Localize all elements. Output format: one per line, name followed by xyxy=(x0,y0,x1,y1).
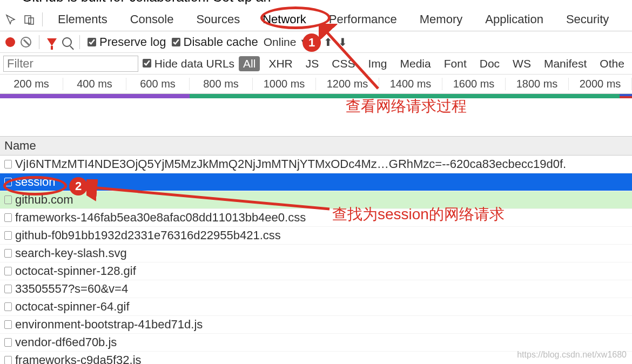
request-name: octocat-spinner-64.gif xyxy=(15,300,130,314)
hide-data-urls-label: Hide data URLs xyxy=(154,57,234,70)
filter-input[interactable] xyxy=(3,56,138,72)
request-list: VjI6NTMzMTI4NDE3OjQ5YjM5MzJkMmQ2NjJmMTNj… xyxy=(0,156,632,364)
timeline-tick: 600 ms xyxy=(126,78,190,90)
type-filter-font[interactable]: Font xyxy=(440,56,471,71)
tab-memory[interactable]: Memory xyxy=(410,9,472,30)
request-name: github.com xyxy=(15,193,73,207)
divider xyxy=(315,35,316,49)
file-icon xyxy=(4,302,12,311)
search-icon[interactable] xyxy=(62,37,72,47)
filter-bar: Hide data URLs All XHR JS CSS Img Media … xyxy=(0,53,632,75)
file-icon xyxy=(4,196,12,204)
request-row[interactable]: vendor-df6ed70b.js xyxy=(0,334,632,352)
request-name: frameworks-c9da5f32.js xyxy=(15,353,142,364)
request-name: search-key-slash.svg xyxy=(15,246,127,260)
watermark: https://blog.csdn.net/xw1680 xyxy=(517,350,627,360)
timeline-tick: 1200 ms xyxy=(316,78,379,90)
divider xyxy=(39,35,39,49)
device-toggle-icon[interactable] xyxy=(22,13,37,26)
tab-application[interactable]: Application xyxy=(475,9,553,30)
request-row[interactable]: github-f0b91bb1932d2331e76316d22955b421.… xyxy=(0,227,632,245)
devtools-tabs: Elements Console Sources Network Perform… xyxy=(0,8,632,31)
preserve-log-checkbox[interactable]: Preserve log xyxy=(88,35,166,49)
file-icon xyxy=(4,356,12,364)
disable-cache-checkbox[interactable]: Disable cache xyxy=(172,35,258,49)
type-filter-ws[interactable]: WS xyxy=(508,56,535,71)
timeline-tick: 400 ms xyxy=(63,78,126,90)
file-icon xyxy=(4,231,12,240)
file-icon xyxy=(4,213,12,222)
timeline-tick: 200 ms xyxy=(0,78,63,90)
timeline-ruler[interactable]: 200 ms 400 ms 600 ms 800 ms 1000 ms 1200… xyxy=(0,75,632,94)
request-name: github-f0b91bb1932d2331e76316d22955b421.… xyxy=(15,228,281,242)
type-filter-xhr[interactable]: XHR xyxy=(264,56,297,71)
request-row[interactable]: environment-bootstrap-41bed71d.js xyxy=(0,316,632,334)
request-row[interactable]: octocat-spinner-64.gif xyxy=(0,298,632,316)
timeline-tick: 1600 ms xyxy=(442,78,506,90)
file-icon xyxy=(4,249,12,258)
request-row[interactable]: VjI6NTMzMTI4NDE3OjQ5YjM5MzJkMmQ2NjJmMTNj… xyxy=(0,156,632,173)
timeline-tick: 800 ms xyxy=(190,78,253,90)
request-name: octocat-spinner-128.gif xyxy=(15,264,136,278)
type-filter-img[interactable]: Img xyxy=(364,56,391,71)
request-row[interactable]: search-key-slash.svg xyxy=(0,245,632,262)
type-filter-js[interactable]: JS xyxy=(301,56,324,71)
throttling-select[interactable]: Online ▼ xyxy=(264,36,308,49)
svg-rect-0 xyxy=(25,16,31,23)
type-filter-other[interactable]: Othe xyxy=(595,56,629,71)
request-row[interactable]: github.com xyxy=(0,191,632,209)
request-name: session xyxy=(15,175,56,189)
timeline-overview[interactable] xyxy=(0,94,632,98)
file-icon xyxy=(4,320,12,329)
disable-cache-label: Disable cache xyxy=(184,35,258,49)
request-row[interactable]: frameworks-146fab5ea30e8afac08dd11013bb4… xyxy=(0,209,632,227)
tab-security[interactable]: Security xyxy=(556,9,618,30)
tab-sources[interactable]: Sources xyxy=(186,9,250,30)
type-filter-manifest[interactable]: Manifest xyxy=(540,56,591,71)
upload-har-icon[interactable]: ⬆ xyxy=(324,36,333,49)
tab-network[interactable]: Network xyxy=(253,9,316,30)
file-icon xyxy=(4,267,12,275)
type-filter-doc[interactable]: Doc xyxy=(475,56,504,71)
timeline-tick: 2000 ms xyxy=(569,78,632,90)
timeline-tick: 1800 ms xyxy=(506,78,569,90)
timeline-tick: 1000 ms xyxy=(253,78,316,90)
inspect-icon[interactable] xyxy=(3,13,18,26)
download-har-icon[interactable]: ⬇ xyxy=(338,36,347,49)
divider xyxy=(79,35,80,49)
request-name: 33505557?s=60&v=4 xyxy=(15,282,128,296)
file-icon xyxy=(4,338,12,347)
type-filter-media[interactable]: Media xyxy=(396,56,435,71)
record-button[interactable] xyxy=(5,37,15,47)
filter-toggle-icon[interactable] xyxy=(47,38,57,46)
request-name: vendor-df6ed70b.js xyxy=(15,335,117,349)
truncated-banner: GitHub is built for collaboration. Set u… xyxy=(22,0,271,5)
chevron-down-icon: ▼ xyxy=(299,37,308,47)
type-filter-css[interactable]: CSS xyxy=(327,56,359,71)
file-icon xyxy=(4,178,12,186)
timeline-tick: 1400 ms xyxy=(379,78,442,90)
request-row[interactable]: octocat-spinner-128.gif xyxy=(0,262,632,280)
tab-performance[interactable]: Performance xyxy=(319,9,407,30)
tab-console[interactable]: Console xyxy=(120,9,184,30)
throttle-value: Online xyxy=(264,36,297,49)
tab-elements[interactable]: Elements xyxy=(48,9,117,30)
preserve-log-label: Preserve log xyxy=(99,35,166,49)
network-toolbar: Preserve log Disable cache Online ▼ ⬆ ⬇ xyxy=(0,31,632,53)
hide-data-urls-checkbox[interactable]: Hide data URLs xyxy=(143,57,234,70)
file-icon xyxy=(4,285,12,293)
file-icon xyxy=(4,160,12,168)
request-name: frameworks-146fab5ea30e8afac08dd11013bb4… xyxy=(15,211,306,225)
clear-icon[interactable] xyxy=(21,37,31,48)
column-header-name[interactable]: Name xyxy=(0,136,632,156)
request-row[interactable]: 33505557?s=60&v=4 xyxy=(0,280,632,298)
divider xyxy=(42,12,43,26)
type-filter-all[interactable]: All xyxy=(239,56,260,71)
request-name: environment-bootstrap-41bed71d.js xyxy=(15,318,203,332)
request-row-session[interactable]: session xyxy=(0,173,632,191)
request-name: VjI6NTMzMTI4NDE3OjQ5YjM5MzJkMmQ2NjJmMTNj… xyxy=(15,157,566,171)
